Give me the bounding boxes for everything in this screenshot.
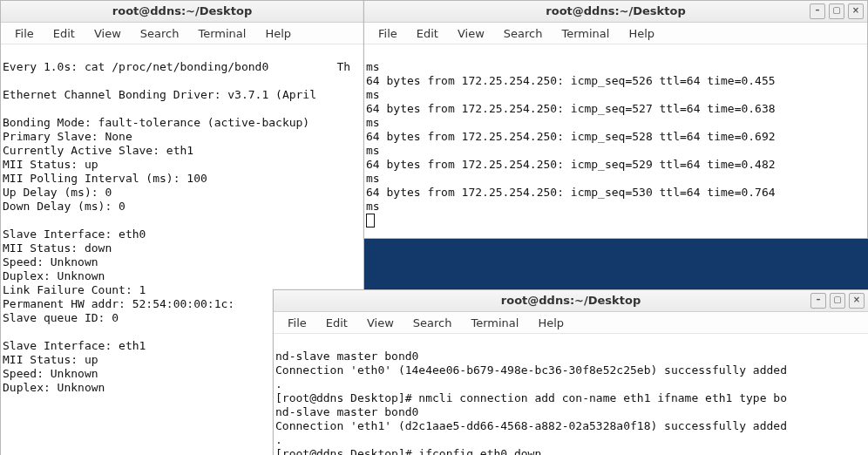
maximize-icon[interactable]: ▢ [829, 3, 844, 19]
terminal-line: Slave Interface: eth0 [3, 228, 146, 241]
menu-help[interactable]: Help [620, 25, 663, 42]
menu-edit[interactable]: Edit [408, 25, 447, 42]
terminal-window-3: root@ddns:~/Desktop – ▢ × File Edit View… [273, 289, 868, 455]
menu-terminal[interactable]: Terminal [553, 25, 618, 42]
terminal-line: ms [366, 60, 380, 73]
window-title: root@ddns:~/Desktop [112, 4, 252, 17]
terminal-line: Currently Active Slave: eth1 [3, 144, 193, 157]
terminal-line: Slave queue ID: 0 [3, 311, 119, 324]
terminal-line: Down Delay (ms): 0 [3, 200, 125, 213]
close-icon[interactable]: × [848, 3, 864, 19]
terminal-line: Every 1.0s: cat /proc/net/bonding/bond0 … [3, 60, 350, 73]
menu-edit[interactable]: Edit [317, 315, 356, 331]
window-title: root@ddns:~/Desktop [501, 294, 641, 307]
terminal-line: Up Delay (ms): 0 [3, 186, 112, 199]
terminal-line: Duplex: Unknown [3, 381, 105, 394]
terminal-line: 64 bytes from 172.25.254.250: icmp_seq=5… [366, 186, 782, 199]
terminal-line: Duplex: Unknown [3, 269, 105, 282]
terminal-output[interactable]: nd-slave master bond0 Connection 'eth0' … [274, 334, 868, 455]
terminal-line: 64 bytes from 172.25.254.250: icmp_seq=5… [366, 130, 782, 143]
terminal-line: ms [366, 116, 380, 129]
menu-help[interactable]: Help [256, 25, 300, 42]
terminal-line: Connection 'eth1' (d2c1aae5-dd66-4568-a8… [275, 419, 787, 432]
terminal-line: nd-slave master bond0 [275, 405, 418, 418]
menubar: File Edit View Search Terminal Help [364, 23, 867, 44]
menu-search[interactable]: Search [132, 25, 188, 42]
terminal-output[interactable]: ms 64 bytes from 172.25.254.250: icmp_se… [364, 44, 867, 231]
titlebar[interactable]: root@ddns:~/Desktop [1, 1, 363, 23]
terminal-line: MII Status: up [3, 158, 98, 171]
terminal-line: Primary Slave: None [3, 130, 132, 143]
terminal-line: 64 bytes from 172.25.254.250: icmp_seq=5… [366, 102, 782, 115]
cursor-icon [366, 214, 375, 228]
terminal-line: MII Polling Interval (ms): 100 [3, 172, 207, 185]
menu-file[interactable]: File [370, 25, 406, 42]
window-title: root@ddns:~/Desktop [546, 4, 685, 17]
terminal-line: Bonding Mode: fault-tolerance (active-ba… [3, 116, 309, 129]
terminal-line: Speed: Unknown [3, 367, 98, 380]
terminal-line: Connection 'eth0' (14e4ee06-b679-498e-bc… [275, 363, 787, 377]
menu-search[interactable]: Search [404, 315, 461, 331]
menu-terminal[interactable]: Terminal [462, 315, 527, 331]
menu-help[interactable]: Help [529, 315, 573, 331]
terminal-line: 64 bytes from 172.25.254.250: icmp_seq=5… [366, 74, 782, 87]
menu-view[interactable]: View [449, 25, 493, 42]
terminal-line: Ethernet Channel Bonding Driver: v3.7.1 … [3, 88, 316, 101]
terminal-line: ms [366, 200, 380, 213]
minimize-icon[interactable]: – [810, 3, 825, 19]
menu-terminal[interactable]: Terminal [189, 25, 254, 42]
menu-file[interactable]: File [6, 25, 43, 42]
menu-view[interactable]: View [358, 315, 403, 331]
window-controls: – ▢ × [810, 3, 864, 19]
terminal-line: MII Status: down [3, 241, 112, 255]
terminal-line: . [275, 433, 282, 446]
menu-edit[interactable]: Edit [44, 25, 84, 42]
terminal-line: [root@ddns Desktop]# nmcli connection ad… [275, 391, 787, 404]
terminal-line: . [275, 377, 282, 390]
menubar: File Edit View Search Terminal Help [274, 312, 868, 334]
menu-search[interactable]: Search [495, 25, 552, 42]
terminal-window-2: root@ddns:~/Desktop – ▢ × File Edit View… [363, 0, 868, 239]
close-icon[interactable]: × [849, 293, 865, 309]
terminal-line: ms [366, 88, 380, 101]
terminal-line: Speed: Unknown [3, 255, 98, 268]
terminal-line: MII Status: up [3, 353, 98, 366]
menu-view[interactable]: View [85, 25, 130, 42]
minimize-icon[interactable]: – [810, 293, 826, 309]
window-controls: – ▢ × [810, 293, 865, 309]
menubar: File Edit View Search Terminal Help [1, 23, 363, 44]
terminal-line: 64 bytes from 172.25.254.250: icmp_seq=5… [366, 158, 782, 171]
terminal-line: [root@ddns Desktop]# ifconfig eth0 down [275, 447, 541, 455]
terminal-line: nd-slave master bond0 [275, 350, 418, 363]
terminal-line: Link Failure Count: 1 [3, 283, 146, 296]
titlebar[interactable]: root@ddns:~/Desktop – ▢ × [364, 1, 867, 23]
menu-file[interactable]: File [279, 315, 315, 331]
terminal-line: ms [366, 172, 380, 185]
maximize-icon[interactable]: ▢ [830, 293, 845, 309]
terminal-line: Slave Interface: eth1 [3, 339, 146, 352]
titlebar[interactable]: root@ddns:~/Desktop – ▢ × [274, 290, 868, 312]
terminal-line: Permanent HW addr: 52:54:00:00:1c: [3, 297, 234, 310]
terminal-line: ms [366, 144, 380, 157]
